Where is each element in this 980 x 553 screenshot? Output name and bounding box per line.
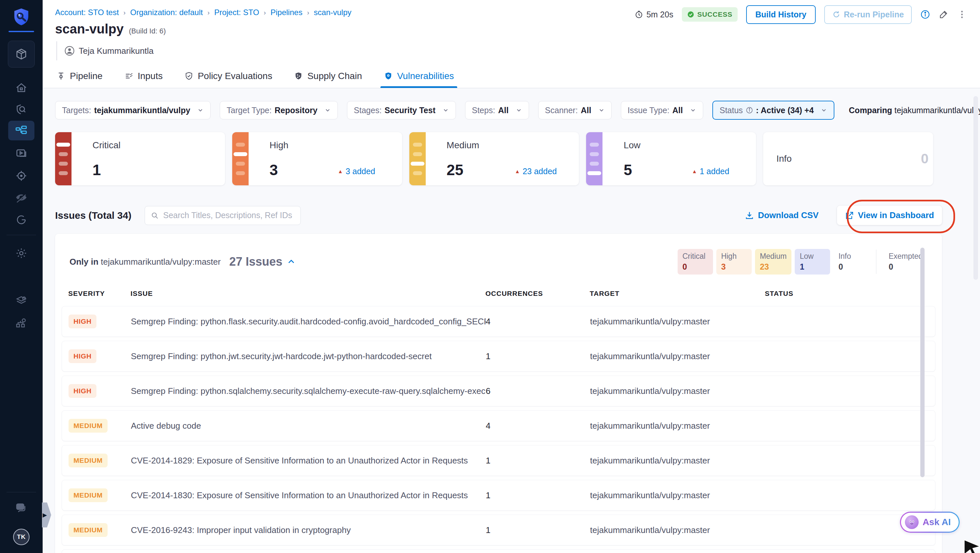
occurrences-cell: 1 [486, 351, 590, 361]
rerun-pipeline-button[interactable]: Re-run Pipeline [824, 5, 912, 24]
page-scrollbar[interactable] [974, 96, 978, 280]
download-csv-button[interactable]: Download CSV [745, 210, 819, 221]
breadcrumb-link[interactable]: Organization: default [130, 8, 203, 17]
filter-info-icon[interactable] [746, 106, 753, 114]
severity-card-info[interactable]: Info0 [763, 132, 933, 185]
tab-pipeline[interactable]: Pipeline [55, 64, 104, 88]
table-row[interactable]: HIGHSemgrep Finding: python.flask.securi… [62, 306, 935, 337]
breadcrumb-link[interactable]: Project: STO [214, 8, 259, 17]
occurrences-cell: 4 [486, 421, 590, 431]
issue-cell[interactable]: Semgrep Finding: python.sqlalchemy.secur… [131, 386, 486, 396]
sidebar-item-org-settings[interactable] [8, 313, 35, 333]
severity-dash [413, 152, 422, 156]
tab-policy-evaluations[interactable]: Policy Evaluations [183, 64, 274, 88]
view-in-dashboard-button[interactable]: View in Dashboard [837, 206, 942, 225]
chevron-down-icon [598, 107, 605, 113]
chip-count: 0 [838, 262, 864, 272]
sidebar-item-sessions[interactable] [8, 210, 35, 230]
sidebar-item-hidden[interactable] [8, 188, 35, 207]
filter-issue-type[interactable]: Issue Type:All [621, 101, 703, 119]
chip-critical: Critical0 [678, 249, 713, 275]
tab-inputs[interactable]: Inputs [123, 64, 164, 88]
table-row[interactable]: MEDIUM [62, 550, 935, 553]
filter-stages[interactable]: Stages:Security Test [347, 101, 456, 119]
issue-cell[interactable]: CVE-2016-9243: Improper input validation… [131, 525, 486, 535]
sidebar-item-home[interactable] [8, 78, 35, 98]
severity-card-added: ▲3 added [338, 167, 375, 176]
table-row[interactable]: MEDIUMCVE-2014-1829: Exposure of Sensiti… [62, 445, 935, 476]
occurrences-cell: 4 [486, 316, 590, 327]
filter-target-type[interactable]: Target Type:Repository [220, 101, 338, 119]
filter-status[interactable]: Status: Active (34) +4 [713, 101, 834, 120]
table-row[interactable]: MEDIUMActive debug code4tejakummarikuntl… [62, 410, 935, 441]
sidebar-item-help[interactable]: ? [8, 498, 35, 518]
filter-steps[interactable]: Steps:All [465, 101, 529, 119]
filter-scanner[interactable]: Scanner:All [538, 101, 612, 119]
severity-dash [59, 152, 68, 156]
severity-dash [56, 143, 70, 146]
target-cell: tejakummarikuntla/vulpy:master [590, 490, 765, 501]
kebab-menu-icon[interactable] [957, 10, 967, 19]
filter-targets[interactable]: Targets:tejakummarikuntla/vulpy [55, 101, 210, 119]
sto-vulnerabilities-page: ? TK ▶ Account: STO test›Organization: d… [0, 0, 980, 553]
tab-supply-chain[interactable]: Supply Chain [293, 64, 363, 88]
issue-cell[interactable]: Active debug code [131, 421, 486, 431]
chip-count: 3 [721, 262, 747, 272]
breadcrumb-link[interactable]: Pipelines [270, 8, 302, 17]
target-cell: tejakummarikuntla/vulpy:master [590, 386, 765, 396]
ask-ai-button[interactable]: Ask AI [900, 512, 960, 533]
download-csv-label: Download CSV [758, 210, 819, 221]
sidebar-item-settings[interactable] [8, 243, 35, 263]
module-selector-button[interactable] [8, 41, 35, 68]
table-row[interactable]: HIGHSemgrep Finding: python.jwt.security… [62, 341, 935, 372]
severity-card-high[interactable]: High3▲3 added [232, 132, 402, 185]
issue-cell[interactable]: CVE-2014-1829: Exposure of Sensitive Inf… [131, 456, 486, 466]
chip-label: High [721, 252, 747, 261]
severity-card-added: ▲23 added [515, 167, 557, 176]
chevron-up-icon[interactable] [287, 257, 296, 266]
filter-label: Scanner: [545, 106, 578, 115]
breadcrumb-separator: › [207, 9, 210, 16]
severity-card-count: 5 [624, 161, 632, 179]
info-icon[interactable] [920, 10, 930, 19]
edit-pencil-icon[interactable] [939, 10, 948, 19]
sidebar-item-scans[interactable] [8, 100, 35, 119]
tab-vulnerabilities[interactable]: Vulnerabilities [382, 64, 455, 88]
table-row[interactable]: HIGHSemgrep Finding: python.sqlalchemy.s… [62, 375, 935, 407]
breadcrumb-link[interactable]: scan-vulpy [314, 8, 352, 17]
severity-card-count: 1 [92, 161, 101, 179]
severity-card-bar [55, 132, 72, 185]
issue-group-header[interactable]: Only in tejakummarikuntla/vulpy:master 2… [55, 234, 942, 275]
table-row[interactable]: MEDIUMCVE-2014-1830: Exposure of Sensiti… [62, 480, 935, 511]
breadcrumb-link[interactable]: Account: STO test [55, 8, 119, 17]
issue-cell[interactable]: CVE-2014-1830: Exposure of Sensitive Inf… [131, 490, 486, 501]
issues-title: Issues (Total 34) [55, 210, 132, 221]
rerun-icon [832, 10, 841, 19]
severity-card-bar [586, 132, 603, 185]
issue-cell[interactable]: Semgrep Finding: python.jwt.security.jwt… [131, 351, 486, 361]
harness-sto-logo-icon[interactable] [11, 7, 31, 27]
severity-card-medium[interactable]: Medium25▲23 added [409, 132, 579, 185]
issues-search[interactable] [145, 206, 301, 225]
table-row[interactable]: MEDIUMCVE-2016-9243: Improper input vali… [62, 515, 935, 545]
user-avatar[interactable]: TK [13, 529, 30, 545]
severity-card-low[interactable]: Low5▲1 added [586, 132, 756, 185]
issue-cell[interactable]: Semgrep Finding: python.flask.security.a… [131, 316, 486, 327]
table-scrollbar[interactable] [920, 248, 924, 477]
build-history-button[interactable]: Build History [746, 5, 816, 24]
filter-value: All [498, 106, 509, 115]
severity-cell: HIGH [62, 384, 131, 398]
chevron-down-icon [197, 107, 204, 113]
chip-info: Info0 [834, 249, 869, 275]
sidebar-item-pipelines[interactable] [8, 121, 35, 140]
group-issue-count: 27 Issues [229, 255, 282, 269]
search-input[interactable] [163, 210, 294, 221]
sidebar-item-default-settings[interactable] [8, 291, 35, 311]
severity-card-critical[interactable]: Critical1 [55, 132, 225, 185]
severity-badge: HIGH [68, 384, 96, 398]
layers-gear-icon [15, 294, 28, 308]
sidebar-item-executions[interactable] [8, 144, 35, 163]
sidebar-item-targets[interactable] [8, 166, 35, 186]
tab-label: Inputs [138, 71, 163, 81]
external-link-icon [845, 211, 854, 220]
